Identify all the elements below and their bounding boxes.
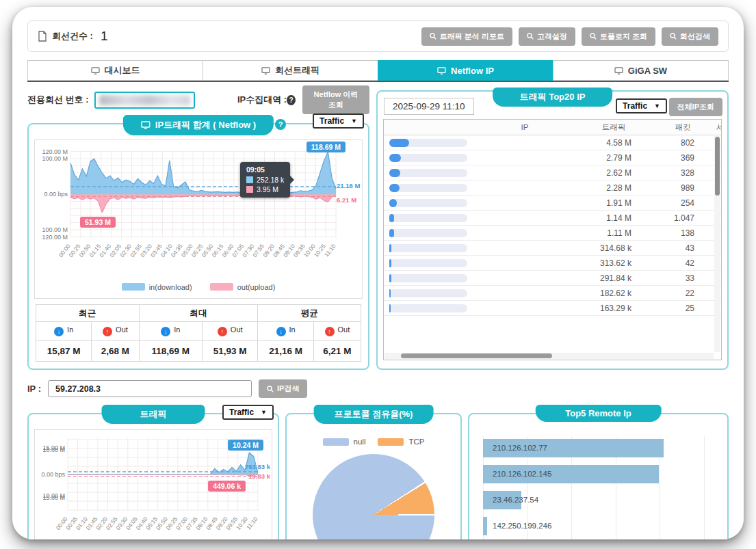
traffic-select[interactable]: Traffic ▼: [222, 405, 274, 420]
legend-label: null: [354, 438, 366, 446]
traffic-bar-cell: [384, 154, 471, 162]
timestamp: 2025-09-29 11:10: [384, 98, 474, 115]
traffic-bar-fill: [389, 274, 391, 282]
header-buttons: 트래픽 분석 리포트 고객설정 토폴로지 조회 회선검색: [421, 27, 718, 46]
table-row[interactable]: 2.79 M 369: [384, 150, 721, 165]
traffic-select-value: Traffic: [229, 407, 254, 417]
top20-table: IP트래픽패킷세 4.58 M 802 2.79 M 369: [383, 119, 722, 360]
netflow-chart-area[interactable]: 00:0000:2500:5001:1501:4002:0502:3002:55…: [34, 139, 363, 299]
top20-panel-title: 트래픽 Top20 IP: [493, 88, 613, 107]
table-row[interactable]: 1.14 M 1.047: [384, 211, 721, 226]
vertical-scrollbar[interactable]: [714, 136, 720, 352]
scrollbar-thumb[interactable]: [715, 137, 720, 196]
packet-value: 1.047: [649, 213, 716, 223]
traffic-bar-cell: [384, 139, 471, 147]
protocol-share-panel: 프로토콜 점유율(%) null TCP: [285, 413, 462, 539]
ip-traffic-chart-area[interactable]: 00:0000:3501:1001:4502:2002:5503:3004:05…: [34, 429, 272, 539]
traffic-bar-cell: [384, 304, 471, 312]
header-bar: 회선건수 : 1 트래픽 분석 리포트 고객설정 토폴로지 조회 회선검색: [27, 21, 729, 52]
help-icon[interactable]: ?: [287, 95, 296, 105]
table-row[interactable]: 4.58 M 802: [384, 135, 721, 150]
traffic-bar-cell: [384, 199, 471, 207]
traffic-select[interactable]: Traffic ▼: [616, 98, 667, 113]
download-icon: ↓: [276, 327, 286, 336]
search-icon: [590, 33, 597, 40]
all-ip-search-label: 전체IP조회: [677, 102, 714, 112]
traffic-bar-fill: [389, 304, 391, 312]
top20-table-header: IP트래픽패킷세: [384, 120, 721, 135]
customer-settings-button[interactable]: 고객설정: [519, 27, 575, 46]
max-out-badge: 449.06 k: [208, 481, 246, 492]
tab-giga-sw[interactable]: GiGA SW: [553, 60, 729, 81]
monitor-icon: [614, 67, 623, 75]
ip-search-button[interactable]: IP검색: [259, 379, 307, 398]
traffic-value: 314.68 k: [578, 243, 649, 253]
traffic-bar-fill: [389, 229, 394, 237]
table-row[interactable]: 163.29 k 25: [384, 301, 721, 316]
table-row[interactable]: 314.68 k 43: [384, 241, 721, 256]
line-search-button[interactable]: 회선검색: [662, 27, 718, 46]
max-in-badge: 118.69 M: [307, 142, 346, 152]
dedicated-line-label: 전용회선 번호 :: [27, 94, 89, 106]
tooltip-out-swatch: [246, 186, 253, 193]
horizontal-scrollbar[interactable]: [384, 353, 714, 359]
traffic-value: 1.91 M: [578, 198, 649, 208]
traffic-bar-fill: [389, 199, 397, 207]
top5-bar-chart[interactable]: 210.126.102.77210.126.102.14523.46.237.5…: [483, 436, 704, 539]
remote-ip-bar[interactable]: [483, 517, 487, 535]
protocol-pie-chart[interactable]: [313, 454, 434, 539]
chart-svg[interactable]: 00:0000:2500:5001:1501:4002:0502:3002:55…: [36, 142, 361, 276]
traffic-bar-cell: [384, 244, 471, 252]
table-row[interactable]: 182.62 k 22: [384, 286, 721, 301]
help-icon[interactable]: ?: [275, 119, 286, 130]
traffic-bar-fill: [389, 244, 391, 252]
table-row[interactable]: 1.91 M 254: [384, 196, 721, 211]
remote-ip-label: 210.126.102.77: [493, 439, 547, 457]
stats-in-header: ↓In: [36, 322, 92, 340]
tab-netflow-ip[interactable]: Netflow IP: [378, 60, 553, 81]
line-number-field[interactable]: [94, 92, 195, 109]
table-row[interactable]: 2.28 M 989: [384, 180, 721, 196]
table-row[interactable]: 1.11 M 138: [384, 226, 721, 241]
table-row[interactable]: 2.62 M 328: [384, 165, 721, 180]
legend-in-swatch: [122, 283, 145, 291]
pie-legend: null TCP: [291, 438, 456, 446]
topology-search-button[interactable]: 토폴로지 조회: [582, 27, 655, 46]
netflow-panel-title: IP트래픽 합계 ( Netflow ): [123, 115, 274, 135]
tooltip-time: 09:05: [246, 165, 284, 174]
packet-value: 989: [649, 183, 716, 193]
traffic-bar-fill: [389, 139, 409, 147]
monitor-icon: [91, 67, 100, 75]
scrollbar-thumb[interactable]: [401, 353, 552, 358]
remote-ip-label: 142.250.199.246: [493, 517, 551, 535]
traffic-report-button[interactable]: 트래픽 분석 리포트: [421, 27, 512, 46]
traffic-stats-table: 최근 최대 평균 ↓In ↑Out ↓In ↑Out ↓In ↑Out 15,8…: [36, 304, 361, 362]
all-ip-search-button[interactable]: 전체IP조회: [669, 98, 722, 116]
table-row[interactable]: 291.84 k 33: [384, 271, 721, 286]
packet-value: 802: [649, 138, 716, 148]
traffic-value: 291.84 k: [578, 273, 649, 283]
netflow-panel-title-text: IP트래픽 합계 ( Netflow ): [155, 119, 256, 131]
max-out-badge: 51.93 M: [80, 217, 116, 228]
table-row[interactable]: 313.62 k 42: [384, 256, 721, 271]
traffic-value: 1.11 M: [578, 228, 649, 238]
traffic-value: 1.14 M: [578, 213, 649, 223]
top5-remote-ip-panel: Top5 Remote Ip 210.126.102.77210.126.102…: [468, 413, 729, 539]
traffic-select[interactable]: Traffic ▼: [313, 113, 364, 129]
traffic-value: 313.62 k: [578, 258, 649, 268]
x-tick-label: 11:10: [245, 515, 259, 531]
packet-value: 25: [649, 304, 716, 313]
ip-search-input[interactable]: [48, 380, 252, 397]
y-tick-label: 10.00 M: [42, 446, 65, 453]
tab-line-traffic[interactable]: 회선트래픽: [203, 60, 378, 81]
download-icon: ↓: [161, 327, 170, 336]
stat-max-in: 118,69 M: [139, 340, 202, 362]
traffic-bar-fill: [389, 169, 400, 177]
traffic-value: 4.58 M: [578, 138, 649, 148]
chart-legend: in(download) out(upload): [36, 279, 361, 297]
traffic-value: 182.62 k: [578, 289, 649, 298]
stat-recent-out: 2,68 M: [92, 340, 139, 362]
netflow-history-button[interactable]: Netflow 이력조회: [302, 85, 369, 114]
search-icon: [267, 386, 274, 392]
tab-dashboard[interactable]: 대시보드: [27, 60, 203, 81]
